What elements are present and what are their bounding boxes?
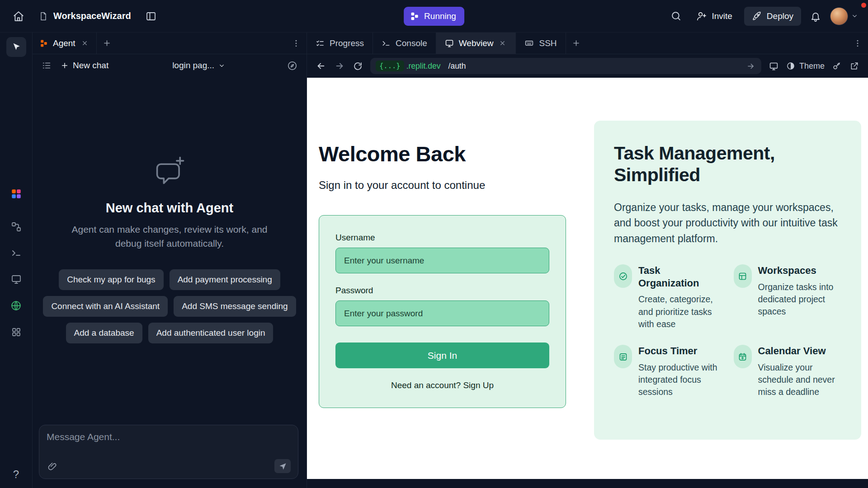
- url-go-button[interactable]: [745, 61, 756, 71]
- invite-user-icon: [696, 11, 707, 21]
- suggestion-chip[interactable]: Check my app for bugs: [59, 269, 163, 290]
- tab-ssh[interactable]: SSH: [516, 33, 566, 54]
- new-chat-button[interactable]: New chat: [57, 58, 112, 73]
- topbar: WorkspaceWizard Running Invite Deploy: [0, 0, 868, 33]
- running-status-button[interactable]: Running: [404, 7, 464, 26]
- shell-nav-button[interactable]: [10, 247, 23, 259]
- suggestion-chip[interactable]: Add SMS message sending: [174, 296, 296, 317]
- compass-icon: [287, 61, 297, 71]
- webview-tab-close-button[interactable]: [498, 39, 507, 47]
- suggestion-chip[interactable]: Add payment processing: [170, 269, 280, 290]
- arrow-right-icon: [746, 62, 755, 70]
- agent-empty-state: New chat with Agent Agent can make chang…: [33, 77, 307, 420]
- notifications-button[interactable]: [807, 8, 824, 24]
- layout-icon: [146, 11, 156, 22]
- help-label: ?: [13, 468, 19, 480]
- browser-back-button[interactable]: [315, 60, 327, 72]
- send-message-button[interactable]: [274, 459, 291, 473]
- chevron-down-icon: [851, 13, 858, 19]
- suggestion-chip[interactable]: Add a database: [66, 323, 142, 343]
- check-circle-icon: [614, 264, 632, 288]
- feature-calendar-view: Calendar View Visualize your schedule an…: [734, 345, 842, 398]
- feature-description: Visualize your schedule and never miss a…: [758, 361, 842, 399]
- deploy-button[interactable]: Deploy: [744, 7, 801, 26]
- username-label: Username: [335, 233, 549, 243]
- responsive-view-button[interactable]: [768, 61, 779, 72]
- feature-description: Organize tasks into dedicated project sp…: [758, 281, 842, 318]
- suggestion-chip[interactable]: Add authenticated user login: [148, 323, 274, 343]
- workspace-title: WorkspaceWizard: [53, 11, 131, 21]
- chat-title-dropdown[interactable]: login pag...: [172, 61, 225, 70]
- deployments-nav-button[interactable]: [9, 299, 23, 312]
- account-menu[interactable]: [830, 7, 858, 25]
- workspace-tabbar: Progress Console Webview SSH: [307, 33, 868, 54]
- devtools-button[interactable]: [831, 61, 842, 71]
- workflow-icon: [11, 221, 22, 232]
- agent-colorful-icon: [10, 188, 22, 200]
- checkpoint-history-button[interactable]: [285, 59, 299, 73]
- monitor-icon: [445, 39, 454, 48]
- url-host-badge: {...}: [376, 61, 404, 71]
- avatar: [830, 7, 848, 25]
- open-in-new-tab-button[interactable]: [849, 61, 860, 71]
- workflows-nav-button[interactable]: [10, 221, 23, 233]
- help-button[interactable]: ?: [13, 468, 19, 481]
- suggestion-chip[interactable]: Connect with an AI Assistant: [43, 296, 168, 317]
- replit-logo-icon: [410, 12, 419, 21]
- refresh-icon: [353, 61, 363, 71]
- calendar-plus-icon: [734, 345, 752, 368]
- key-icon: [832, 61, 841, 70]
- tab-agent[interactable]: Agent: [33, 33, 97, 54]
- message-input[interactable]: [47, 432, 291, 442]
- workspace-pane-menu-button[interactable]: [847, 33, 868, 54]
- layout-toggle-button[interactable]: [143, 8, 159, 24]
- feature-title: Focus Timer: [638, 345, 722, 357]
- agent-tabbar: Agent: [33, 33, 307, 54]
- agent-tab-label: Agent: [53, 38, 75, 48]
- apps-grid-nav-button[interactable]: [10, 326, 23, 338]
- empty-state-description: Agent can make changes, review its work,…: [63, 223, 276, 250]
- running-label: Running: [424, 11, 456, 21]
- feature-title: Task Organization: [638, 264, 722, 289]
- agent-tab-close-button[interactable]: [80, 39, 89, 47]
- agent-nav-button[interactable]: [9, 187, 23, 201]
- browser-forward-button[interactable]: [334, 60, 345, 72]
- tab-progress[interactable]: Progress: [307, 33, 373, 54]
- login-card: Username Password Sign In Need an accoun…: [319, 215, 566, 408]
- agent-panel-menu-button[interactable]: [286, 33, 307, 54]
- feature-workspaces: Workspaces Organize tasks into dedicated…: [734, 264, 842, 330]
- plus-icon: [103, 39, 111, 47]
- tab-webview[interactable]: Webview: [436, 33, 516, 54]
- webview-nav-button[interactable]: [10, 273, 23, 286]
- bell-icon: [810, 11, 821, 22]
- terminal-icon: [382, 39, 391, 48]
- add-tab-button[interactable]: [97, 33, 118, 54]
- add-workspace-tab-button[interactable]: [566, 33, 587, 54]
- home-button[interactable]: [10, 8, 27, 25]
- url-input[interactable]: {...} .replit.dev /auth: [370, 58, 761, 74]
- select-tool-button[interactable]: [6, 37, 26, 57]
- send-icon: [278, 462, 287, 470]
- search-button[interactable]: [668, 8, 684, 24]
- tab-console[interactable]: Console: [373, 33, 436, 54]
- feature-title: Calendar View: [758, 345, 842, 357]
- kebab-icon: [853, 39, 862, 48]
- username-field[interactable]: [335, 248, 549, 273]
- cursor-icon: [11, 42, 21, 52]
- invite-button[interactable]: Invite: [691, 7, 737, 25]
- password-field[interactable]: [335, 300, 549, 326]
- monitor-icon: [769, 61, 778, 71]
- theme-toggle-button[interactable]: Theme: [786, 61, 825, 71]
- progress-icon: [316, 39, 325, 48]
- attach-file-button[interactable]: [47, 460, 58, 472]
- url-host: .replit.dev: [406, 61, 441, 71]
- chat-list-button[interactable]: [40, 59, 53, 72]
- sign-up-link[interactable]: Need an account? Sign Up: [335, 380, 549, 390]
- focus-timer-icon: [614, 345, 632, 368]
- browser-refresh-button[interactable]: [352, 61, 363, 72]
- close-icon: [499, 40, 506, 47]
- message-composer[interactable]: [39, 425, 298, 479]
- sign-in-button[interactable]: Sign In: [335, 343, 549, 368]
- feature-grid: Task Organization Create, categorize, an…: [614, 264, 841, 398]
- arrow-right-icon: [335, 61, 344, 71]
